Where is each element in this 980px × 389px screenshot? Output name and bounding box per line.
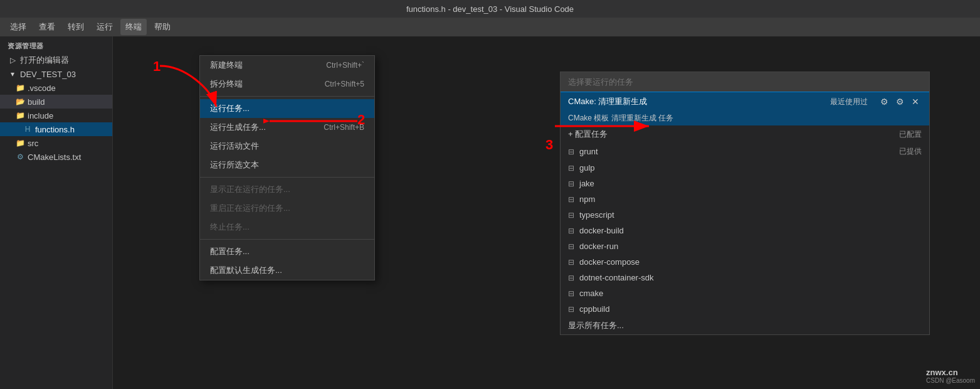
docker-build-folder-icon: ⊟	[568, 226, 574, 235]
chevron-right-icon: ▷	[8, 56, 18, 65]
task-panel-selected-subtitle: CMake 模板 清理重新生成 任务	[561, 111, 929, 125]
folder-icon: 📁	[15, 83, 25, 92]
annotation-3: 3	[545, 137, 553, 153]
config-task-label: + 配置任务	[568, 129, 608, 140]
menu-bar: 选择 查看 转到 运行 终端 帮助	[0, 18, 980, 36]
chevron-down-icon: ▾	[8, 70, 18, 78]
grunt-folder-icon: ⊟	[568, 147, 574, 156]
dropdown-run-active-file[interactable]: 运行活动文件	[200, 137, 374, 156]
watermark-sub: CSDN @Easoom	[926, 377, 975, 384]
npm-label: npm	[579, 194, 595, 204]
separator-2	[200, 177, 374, 178]
dropdown-run-selected-text[interactable]: 运行所选文本	[200, 156, 374, 174]
folder-open-icon: 📂	[15, 97, 25, 106]
dropdown-config-default-build[interactable]: 配置默认生成任务...	[200, 261, 374, 280]
dotnet-folder-icon: ⊟	[568, 274, 574, 282]
task-search-input[interactable]	[561, 72, 929, 92]
dropdown-run-task[interactable]: 运行任务...	[200, 99, 374, 118]
dropdown-config-tasks[interactable]: 配置任务...	[200, 242, 374, 261]
task-item-cppbuild[interactable]: ⊟ cppbuild	[561, 301, 929, 317]
grunt-badge: 已提供	[899, 146, 922, 157]
separator-3	[200, 239, 374, 240]
new-terminal-shortcut: Ctrl+Shift+`	[326, 61, 364, 70]
split-terminal-shortcut: Ctrl+Shift+5	[325, 80, 364, 88]
run-active-file-label: 运行活动文件	[210, 141, 259, 152]
restart-running-tasks-label: 重启正在运行的任务...	[210, 203, 290, 214]
docker-compose-left: ⊟ docker-compose	[568, 257, 640, 267]
npm-folder-icon: ⊟	[568, 195, 574, 204]
typescript-folder-icon: ⊟	[568, 211, 574, 220]
task-item-show-all[interactable]: 显示所有任务...	[561, 317, 929, 334]
content-area: 新建终端 Ctrl+Shift+` 拆分终端 Ctrl+Shift+5 运行任务…	[113, 36, 980, 389]
sidebar-project-root[interactable]: ▾ DEV_TEST_03	[0, 67, 112, 81]
title-bar: functions.h - dev_test_03 - Visual Studi…	[0, 0, 980, 18]
task-close-icon[interactable]: ✕	[909, 95, 922, 108]
folder-icon3: 📁	[15, 139, 25, 147]
watermark-site: znwx.cn	[926, 368, 975, 377]
task-item-jake[interactable]: ⊟ jake	[561, 176, 929, 191]
main-layout: 资源管理器 ▷ 打开的编辑器 ▾ DEV_TEST_03 📁 .vscode 📂…	[0, 36, 980, 389]
show-all-label: 显示所有任务...	[568, 320, 624, 331]
number-3-badge: 3	[545, 137, 553, 152]
sidebar-item-build[interactable]: 📂 build	[0, 95, 112, 109]
dropdown-new-terminal[interactable]: 新建终端 Ctrl+Shift+`	[200, 56, 374, 75]
task-item-gulp[interactable]: ⊟ gulp	[561, 160, 929, 176]
task-item-cmake[interactable]: ⊟ cmake	[561, 285, 929, 301]
menu-run[interactable]: 运行	[92, 19, 118, 35]
gulp-folder-icon: ⊟	[568, 164, 574, 173]
task-item-docker-run[interactable]: ⊟ docker-run	[561, 238, 929, 254]
task-panel-selected-title: CMake: 清理重新生成	[568, 96, 825, 107]
docker-run-folder-icon: ⊟	[568, 242, 574, 251]
task-gear-icon[interactable]: ⚙	[878, 95, 891, 108]
sidebar-item-src[interactable]: 📁 src	[0, 136, 112, 150]
include-label: include	[28, 111, 53, 120]
sidebar-explorer-title: 资源管理器	[0, 36, 112, 53]
sidebar-item-functions-h[interactable]: H functions.h	[0, 122, 112, 136]
task-item-grunt[interactable]: ⊟ grunt 已提供	[561, 143, 929, 160]
dropdown-show-running-tasks: 显示正在运行的任务...	[200, 180, 374, 199]
docker-compose-label: docker-compose	[579, 257, 640, 267]
task-item-docker-compose[interactable]: ⊟ docker-compose	[561, 254, 929, 270]
cmake-file-icon: ⚙	[15, 152, 25, 161]
dropdown-restart-running-tasks: 重启正在运行的任务...	[200, 199, 374, 218]
task-item-typescript[interactable]: ⊟ typescript	[561, 207, 929, 223]
task-item-docker-build[interactable]: ⊟ docker-build	[561, 223, 929, 238]
task-panel-selected-header[interactable]: CMake: 清理重新生成 最近使用过 ⚙ ⚙ ✕	[561, 92, 929, 111]
grunt-label: grunt	[579, 147, 598, 156]
cmakelists-label: CMakeLists.txt	[28, 152, 81, 162]
typescript-left: ⊟ typescript	[568, 210, 614, 220]
docker-build-label: docker-build	[579, 226, 624, 235]
cppbuild-label: cppbuild	[579, 304, 609, 314]
sidebar-item-cmakelists[interactable]: ⚙ CMakeLists.txt	[0, 150, 112, 164]
task-item-config[interactable]: + 配置任务 已配置	[561, 125, 929, 143]
sidebar-item-include[interactable]: 📁 include	[0, 109, 112, 122]
menu-goto[interactable]: 转到	[63, 19, 89, 35]
dropdown-split-terminal[interactable]: 拆分终端 Ctrl+Shift+5	[200, 75, 374, 93]
window-title: functions.h - dev_test_03 - Visual Studi…	[406, 4, 574, 14]
menu-view[interactable]: 查看	[34, 19, 60, 35]
vscode-label: .vscode	[28, 83, 56, 93]
dropdown-run-build-task[interactable]: 运行生成任务... Ctrl+Shift+B	[200, 118, 374, 137]
docker-run-left: ⊟ docker-run	[568, 242, 618, 251]
sidebar-item-vscode[interactable]: 📁 .vscode	[0, 81, 112, 95]
sidebar-open-editors[interactable]: ▷ 打开的编辑器	[0, 53, 112, 67]
task-panel-actions: ⚙ ⚙ ✕	[878, 95, 922, 108]
task-settings-icon[interactable]: ⚙	[893, 95, 907, 108]
task-panel-selected-badge: 最近使用过	[830, 97, 868, 107]
menu-help[interactable]: 帮助	[149, 19, 176, 35]
task-item-dotnet[interactable]: ⊟ dotnet-container-sdk	[561, 270, 929, 285]
build-label: build	[28, 97, 45, 107]
cppbuild-left: ⊟ cppbuild	[568, 304, 609, 314]
dotnet-left: ⊟ dotnet-container-sdk	[568, 273, 654, 282]
functions-h-label: functions.h	[35, 125, 75, 134]
typescript-label: typescript	[579, 210, 614, 220]
task-item-npm[interactable]: ⊟ npm	[561, 191, 929, 207]
menu-terminal[interactable]: 终端	[120, 19, 147, 35]
split-terminal-label: 拆分终端	[210, 78, 243, 90]
jake-folder-icon: ⊟	[568, 179, 574, 188]
config-task-badge: 已配置	[899, 129, 922, 140]
new-terminal-label: 新建终端	[210, 60, 243, 71]
gulp-left: ⊟ gulp	[568, 163, 595, 173]
grunt-left: ⊟ grunt	[568, 147, 598, 156]
menu-select[interactable]: 选择	[5, 19, 31, 35]
